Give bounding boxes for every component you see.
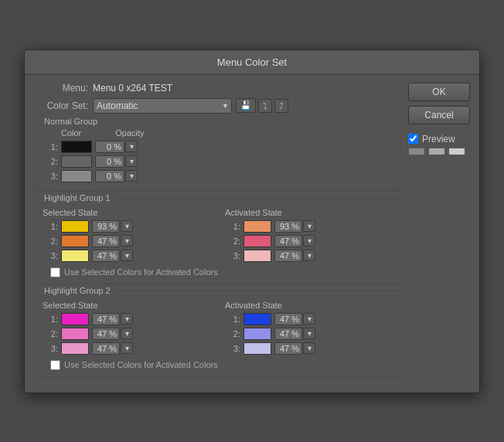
opacity-dropdown-arrow[interactable]: ▾: [125, 141, 138, 152]
opacity-dropdown-arrow[interactable]: ▾: [121, 250, 133, 261]
row-num: 1:: [225, 314, 240, 324]
color-swatch[interactable]: [61, 155, 92, 168]
highlight-group1-title: Highlight Group 1: [41, 193, 114, 202]
opacity-input[interactable]: [274, 220, 302, 233]
save-set-button[interactable]: 💾: [236, 98, 256, 113]
opacity-input[interactable]: [92, 250, 120, 262]
row-num: 2:: [225, 236, 240, 246]
highlight-row: 3: ▾: [43, 250, 209, 262]
normal-col-headers: Color Opacity: [43, 128, 392, 138]
opacity-dropdown-arrow[interactable]: ▾: [121, 235, 133, 246]
hg1-activated-col: Activated State 1: ▾ 2: ▾ 3: ▾: [225, 208, 392, 264]
normal-row: 3: ▾: [43, 170, 392, 182]
opacity-dropdown-arrow[interactable]: ▾: [121, 328, 133, 339]
hg2-use-selected-label: Use Selected Colors for Activated Colors: [64, 360, 218, 369]
opacity-input[interactable]: [274, 342, 302, 355]
row-num: 1:: [225, 222, 240, 231]
highlight-row: 3: ▾: [225, 250, 392, 262]
opacity-input[interactable]: [274, 235, 302, 247]
opacity-dropdown-arrow[interactable]: ▾: [303, 220, 315, 232]
opacity-dropdown-arrow[interactable]: ▾: [125, 170, 138, 182]
color-swatch[interactable]: [243, 313, 271, 325]
hg1-use-selected-label: Use Selected Colors for Activated Colors: [64, 267, 218, 277]
color-swatch[interactable]: [243, 328, 271, 340]
color-set-dropdown[interactable]: Automatic: [93, 98, 232, 114]
color-swatch[interactable]: [243, 220, 271, 233]
preview-swatch: [448, 148, 465, 155]
highlight-row: 1: ▾: [43, 220, 209, 233]
row-num: 2:: [43, 236, 58, 246]
opacity-dropdown-arrow[interactable]: ▾: [125, 155, 138, 167]
opacity-input[interactable]: [92, 235, 120, 247]
highlight-row: 2: ▾: [225, 235, 392, 247]
hg1-activated-rows: 1: ▾ 2: ▾ 3: ▾: [225, 220, 392, 262]
preview-label: Preview: [422, 134, 455, 144]
color-swatch[interactable]: [61, 328, 89, 340]
highlight-row: 3: ▾: [43, 342, 209, 355]
opacity-dropdown-arrow[interactable]: ▾: [121, 313, 133, 325]
highlight-row: 2: ▾: [43, 328, 209, 340]
import-button[interactable]: ⤵: [258, 99, 272, 113]
opacity-input[interactable]: [95, 141, 124, 153]
preview-checkbox[interactable]: [408, 134, 418, 144]
row-num: 1:: [43, 314, 58, 324]
normal-group-section: Normal Group Color Opacity 1: ▾ 2: ▾ 3: …: [34, 121, 400, 192]
hg2-use-selected-checkbox[interactable]: [50, 360, 60, 370]
opacity-dropdown-arrow[interactable]: ▾: [303, 328, 315, 339]
opacity-dropdown-arrow[interactable]: ▾: [303, 342, 315, 354]
menu-label: Menu:: [34, 83, 88, 94]
normal-rows: 1: ▾ 2: ▾ 3: ▾: [43, 141, 392, 182]
color-set-dropdown-wrapper[interactable]: Automatic ▼: [93, 98, 232, 114]
color-swatch[interactable]: [61, 141, 92, 153]
hg1-activated-label: Activated State: [225, 208, 392, 217]
opacity-dropdown-arrow[interactable]: ▾: [303, 313, 315, 325]
cancel-button[interactable]: Cancel: [408, 106, 470, 124]
color-swatch[interactable]: [61, 342, 89, 355]
row-num: 3:: [43, 172, 58, 181]
opacity-input[interactable]: [92, 328, 120, 340]
opacity-input[interactable]: [274, 250, 302, 262]
opacity-input[interactable]: [274, 328, 302, 340]
ok-button[interactable]: OK: [408, 83, 470, 101]
hg2-selected-rows: 1: ▾ 2: ▾ 3: ▾: [43, 313, 209, 355]
row-num: 3:: [225, 344, 240, 353]
row-num: 3:: [43, 251, 58, 260]
opacity-input[interactable]: [92, 313, 120, 325]
preview-swatches: [408, 148, 470, 155]
preview-swatch: [408, 148, 425, 155]
opacity-dropdown-arrow[interactable]: ▾: [121, 220, 133, 232]
color-swatch[interactable]: [61, 220, 89, 233]
opacity-input[interactable]: [274, 313, 302, 325]
hg1-use-selected-checkbox[interactable]: [50, 267, 60, 277]
opacity-dropdown-arrow[interactable]: ▾: [121, 342, 133, 354]
color-swatch[interactable]: [61, 235, 89, 247]
highlight-row: 2: ▾: [43, 235, 209, 247]
color-swatch[interactable]: [243, 235, 271, 247]
opacity-input[interactable]: [92, 342, 120, 355]
opacity-dropdown-arrow[interactable]: ▾: [303, 235, 315, 246]
color-swatch[interactable]: [243, 250, 271, 262]
export-button[interactable]: ⤴: [274, 99, 288, 113]
menu-value: Menu 0 x264 TEST: [93, 83, 172, 94]
color-swatch[interactable]: [243, 342, 271, 355]
opacity-input[interactable]: [95, 155, 124, 168]
row-num: 1:: [43, 142, 58, 151]
normal-group-title: Normal Group: [41, 117, 100, 126]
color-header: Color: [61, 128, 81, 138]
highlight-row: 1: ▾: [225, 220, 392, 233]
color-swatch[interactable]: [61, 170, 92, 182]
hg1-selected-label: Selected State: [43, 208, 209, 217]
opacity-input[interactable]: [92, 220, 120, 233]
normal-row: 1: ▾: [43, 141, 392, 153]
highlight-group2-title: Highlight Group 2: [41, 286, 114, 295]
opacity-dropdown-arrow[interactable]: ▾: [303, 250, 315, 261]
highlight-row: 1: ▾: [225, 313, 392, 325]
highlight-group2-cols: Selected State 1: ▾ 2: ▾ 3: ▾ Activated …: [43, 301, 392, 357]
color-set-row: Color Set: Automatic ▼ 💾 ⤵ ⤴: [34, 98, 400, 114]
opacity-input[interactable]: [95, 170, 124, 182]
dialog-title-bar: Menu Color Set: [25, 50, 479, 75]
hg1-selected-col: Selected State 1: ▾ 2: ▾ 3: ▾: [43, 208, 209, 264]
color-swatch[interactable]: [61, 250, 89, 262]
color-swatch[interactable]: [61, 313, 89, 325]
row-num: 2:: [225, 329, 240, 338]
